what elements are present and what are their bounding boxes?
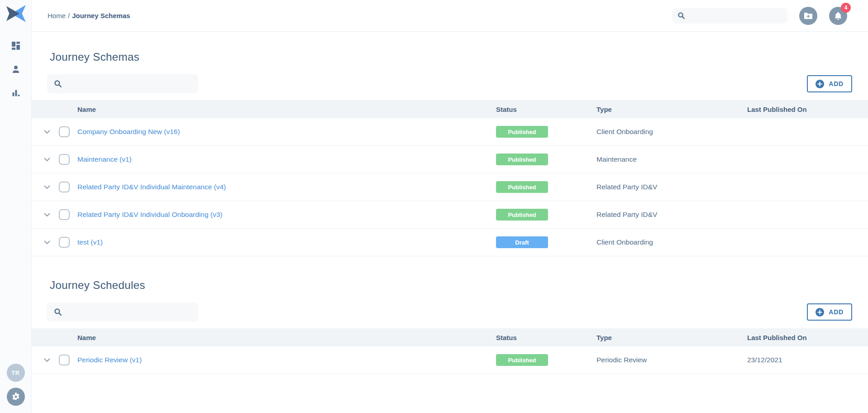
column-header-status: Status [496, 106, 596, 113]
app-logo[interactable] [5, 5, 27, 23]
column-header-type: Type [596, 106, 747, 113]
breadcrumb-home-link[interactable]: Home [48, 12, 66, 19]
column-header-name: Name [77, 106, 496, 113]
global-search [672, 8, 787, 24]
row-name-link[interactable]: Related Party ID&V Individual Onboarding… [77, 211, 496, 219]
row-name-link[interactable]: Related Party ID&V Individual Maintenanc… [77, 183, 496, 191]
page-title: Journey Schemas [50, 51, 868, 63]
schemas-table: Name Status Type Last Published On Compa… [32, 100, 868, 256]
search-icon [54, 308, 62, 316]
row-checkbox[interactable] [59, 154, 70, 165]
schemas-table-body: Company Onboarding New (v16) Published C… [32, 118, 868, 256]
column-header-type: Type [596, 334, 747, 341]
row-type: Related Party ID&V [596, 183, 747, 191]
schemas-controls: ADD [47, 74, 852, 93]
add-button-label: ADD [829, 308, 844, 316]
expand-row-button[interactable] [44, 239, 52, 245]
settings-button[interactable] [7, 388, 25, 406]
chevron-down-icon [44, 240, 50, 245]
schedules-search [47, 303, 198, 322]
section-journey-schedules: Journey Schedules ADD Name Status Type [32, 279, 868, 374]
person-icon [11, 65, 20, 74]
column-header-name: Name [77, 334, 496, 341]
row-name-link[interactable]: test (v1) [77, 238, 496, 246]
schemas-search [47, 74, 198, 93]
table-row: Related Party ID&V Individual Maintenanc… [32, 173, 868, 201]
add-schedule-button[interactable]: ADD [807, 303, 852, 321]
expand-row-button[interactable] [44, 184, 52, 190]
row-type: Client Onboarding [596, 238, 747, 246]
sidebar-item-dashboard[interactable] [11, 41, 21, 51]
breadcrumb-separator: / [68, 12, 70, 19]
sidebar-item-users[interactable] [11, 64, 21, 74]
sidebar-item-reports[interactable] [11, 88, 21, 98]
dashboard-icon [11, 41, 20, 50]
row-type: Maintenance [596, 155, 747, 163]
schedules-table: Name Status Type Last Published On Perio… [32, 328, 868, 374]
chevron-down-icon [44, 158, 50, 162]
schedules-search-input[interactable] [67, 308, 191, 316]
schemas-search-input[interactable] [67, 80, 191, 88]
row-name-link[interactable]: Periodic Review (v1) [77, 356, 496, 364]
main-content: Journey Schemas ADD Name Status Type [32, 51, 868, 374]
search-icon [54, 80, 62, 88]
section-title-schedules: Journey Schedules [50, 279, 868, 292]
row-type: Periodic Review [596, 356, 747, 364]
table-row: Related Party ID&V Individual Onboarding… [32, 201, 868, 229]
column-header-last-published: Last Published On [747, 334, 868, 341]
status-badge: Published [496, 181, 548, 193]
section-journey-schemas: Journey Schemas ADD Name Status Type [32, 51, 868, 256]
row-checkbox[interactable] [59, 237, 70, 248]
user-avatar[interactable]: TR [7, 364, 25, 382]
schedules-table-body: Periodic Review (v1) Published Periodic … [32, 346, 868, 374]
breadcrumb-current: Journey Schemas [72, 12, 130, 19]
chevron-down-icon [44, 130, 50, 134]
global-search-input[interactable] [689, 12, 782, 20]
row-date: 23/12/2021 [747, 356, 868, 364]
row-name-link[interactable]: Company Onboarding New (v16) [77, 128, 496, 136]
topbar: Home / Journey Schemas 4 [32, 0, 868, 32]
add-button-label: ADD [829, 80, 844, 87]
notifications: 4 [829, 7, 847, 25]
schemas-table-header: Name Status Type Last Published On [32, 100, 868, 118]
add-schema-button[interactable]: ADD [807, 75, 852, 92]
plus-circle-icon [816, 80, 824, 88]
gear-icon [11, 392, 20, 401]
notification-count-badge: 4 [841, 3, 851, 13]
row-name-link[interactable]: Maintenance (v1) [77, 155, 496, 163]
status-badge: Published [496, 154, 548, 165]
expand-row-button[interactable] [44, 129, 52, 135]
row-checkbox[interactable] [59, 355, 70, 365]
chevron-down-icon [44, 213, 50, 217]
expand-row-button[interactable] [44, 211, 52, 218]
row-checkbox[interactable] [59, 209, 70, 220]
expand-row-button[interactable] [44, 357, 52, 363]
schedules-controls: ADD [47, 303, 852, 322]
chevron-down-icon [44, 358, 50, 362]
schedules-table-header: Name Status Type Last Published On [32, 328, 868, 346]
expand-row-button[interactable] [44, 156, 52, 163]
sidebar-nav [11, 41, 21, 98]
sidebar-bottom: TR [7, 364, 25, 406]
bell-icon [834, 11, 842, 20]
breadcrumb: Home / Journey Schemas [48, 12, 130, 19]
app-logo-icon [5, 5, 27, 23]
status-badge: Draft [496, 236, 548, 248]
column-header-last-published: Last Published On [747, 106, 868, 113]
row-type: Related Party ID&V [596, 211, 747, 219]
chevron-down-icon [44, 185, 50, 189]
table-row: Maintenance (v1) Published Maintenance [32, 146, 868, 173]
row-checkbox[interactable] [59, 182, 70, 192]
add-folder-button[interactable] [799, 7, 817, 25]
search-icon [677, 12, 685, 19]
folder-plus-icon [804, 12, 813, 19]
status-badge: Published [496, 126, 548, 138]
table-row: test (v1) Draft Client Onboarding [32, 229, 868, 256]
status-badge: Published [496, 354, 548, 366]
bar-chart-icon [11, 88, 20, 97]
row-type: Client Onboarding [596, 128, 747, 136]
row-checkbox[interactable] [59, 126, 70, 137]
table-row: Company Onboarding New (v16) Published C… [32, 118, 868, 146]
sidebar: TR [0, 0, 32, 413]
topbar-actions: 4 [672, 7, 847, 25]
